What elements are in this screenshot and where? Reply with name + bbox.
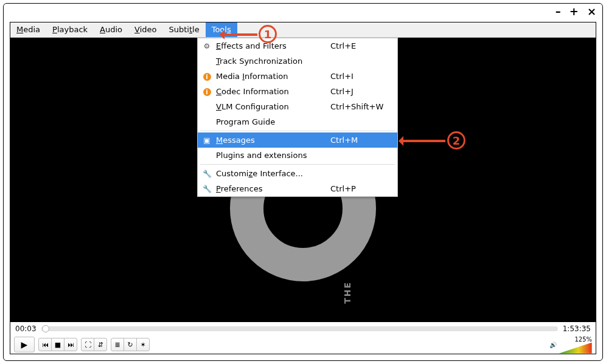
- playlist-button[interactable]: ≣: [111, 338, 124, 351]
- extended-settings-button[interactable]: ⇵: [94, 338, 107, 351]
- app-window: – + × Media Playback Audio Video Subtitl…: [3, 3, 603, 361]
- menu-media[interactable]: Media: [10, 22, 46, 37]
- inner-frame: Media Playback Audio Video Subtitle Tool…: [10, 22, 596, 354]
- tools-preferences[interactable]: 🔧 Preferences Ctrl+P: [198, 181, 397, 196]
- tools-dropdown: ⚙ Effects and Filters Ctrl+E Track Synch…: [197, 38, 398, 197]
- tools-vlm-config[interactable]: VLM Configuration Ctrl+Shift+W: [198, 99, 397, 114]
- shortcut-label: Ctrl+E: [330, 41, 391, 50]
- titlebar: – + ×: [4, 4, 602, 22]
- tools-effects[interactable]: ⚙ Effects and Filters Ctrl+E: [198, 38, 397, 53]
- next-button[interactable]: ⏭: [64, 338, 77, 351]
- annotation-badge-2: 2: [447, 131, 465, 149]
- tools-media-info[interactable]: i Media Information Ctrl+I: [198, 69, 397, 84]
- wrench-icon: 🔧: [201, 185, 212, 193]
- sliders-icon: ⚙: [201, 42, 212, 50]
- volume-percent: 125%: [574, 336, 592, 343]
- loop-button[interactable]: ↻: [124, 338, 137, 351]
- info-icon: i: [203, 73, 211, 81]
- menubar: Media Playback Audio Video Subtitle Tool…: [10, 22, 596, 38]
- volume-slider[interactable]: [559, 343, 592, 354]
- time-elapsed: 00:03: [15, 325, 37, 333]
- menu-separator: [200, 131, 395, 131]
- seek-slider[interactable]: [41, 326, 558, 331]
- seek-row: 00:03 1:53:35: [10, 322, 596, 335]
- seek-knob[interactable]: [42, 325, 49, 332]
- minimize-button[interactable]: –: [556, 6, 561, 17]
- fullscreen-button[interactable]: ⛶: [81, 338, 94, 351]
- maximize-button[interactable]: +: [569, 6, 579, 17]
- controls-row: ▶ ⏮ ■ ⏭ ⛶ ⇵ ≣ ↻ ✶ 🔊 125%: [10, 335, 596, 354]
- annotation-arrow-1: [221, 33, 257, 36]
- tools-customize[interactable]: 🔧 Customize Interface...: [198, 166, 397, 181]
- time-total: 1:53:35: [563, 325, 591, 333]
- shuffle-button[interactable]: ✶: [136, 338, 150, 351]
- terminal-icon: ▣: [201, 136, 212, 145]
- wrench-icon: 🔧: [201, 170, 212, 178]
- menu-playback[interactable]: Playback: [46, 22, 94, 37]
- tools-codec-info[interactable]: i Codec Information Ctrl+J: [198, 84, 397, 99]
- menu-audio[interactable]: Audio: [94, 22, 128, 37]
- close-button[interactable]: ×: [587, 6, 596, 17]
- menu-subtitle[interactable]: Subtitle: [162, 22, 205, 37]
- tools-track-sync[interactable]: Track Synchronization: [198, 53, 397, 69]
- play-button[interactable]: ▶: [14, 337, 35, 352]
- volume-control[interactable]: 🔊 125%: [549, 336, 592, 354]
- tools-plugins[interactable]: Plugins and extensions: [198, 148, 397, 163]
- video-watermark: THE: [343, 281, 352, 304]
- speaker-icon[interactable]: 🔊: [549, 342, 557, 348]
- annotation-arrow-2: [400, 140, 445, 142]
- prev-button[interactable]: ⏮: [38, 338, 52, 351]
- menu-separator: [200, 164, 395, 165]
- info-icon: i: [203, 88, 211, 96]
- tools-messages[interactable]: ▣ Messages Ctrl+M: [198, 132, 397, 148]
- menu-video[interactable]: Video: [128, 22, 162, 37]
- stop-button[interactable]: ■: [51, 338, 64, 351]
- annotation-badge-1: 1: [259, 25, 277, 43]
- tools-program-guide[interactable]: Program Guide: [198, 114, 397, 129]
